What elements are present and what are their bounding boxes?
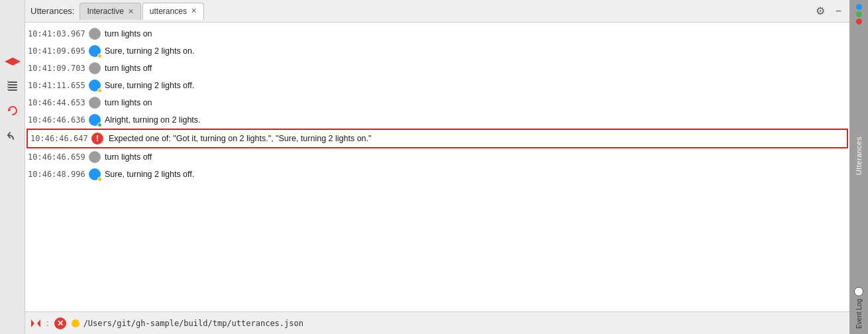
green-dot-icon [856,11,862,17]
log-message: Sure, turning 2 lights on. [105,46,844,56]
blue-dot-icon [856,4,862,10]
svg-rect-5 [7,84,9,85]
svg-rect-7 [7,89,9,90]
tab-utterances[interactable]: utterances ✕ [142,3,204,20]
svg-marker-9 [31,319,34,327]
error-message: Expected one of: "Got it, turning on 2 l… [109,134,841,143]
tab-bar-actions: ⚙ − [813,3,849,19]
settings-button[interactable]: ⚙ [813,3,828,19]
log-row: 10:46:48.996 Sure, turning 2 lights off. [25,166,849,183]
log-area: 10:41:03.967 turn lights on 10:41:09.695… [25,23,849,311]
svg-rect-6 [7,86,9,87]
log-row: 10:46:46.659 turn lights off [25,148,849,166]
error-log-row: 10:46:46.647 ! Expected one of: "Got it,… [27,129,848,148]
log-row: 10:46:46.636 Alright, turning on 2 light… [25,111,849,129]
left-sidebar: ◀▶ [0,0,25,334]
error-status-icon: ✕ [54,317,66,329]
play-stop-icon[interactable]: ◀▶ [5,53,20,68]
svg-marker-8 [9,109,11,111]
svg-rect-0 [8,82,17,83]
utterances-label: Utterances: [30,6,74,16]
list-icon[interactable] [5,78,20,93]
timestamp: 10:41:03.967 [28,29,87,38]
svg-rect-4 [7,81,9,82]
tab-utterances-close[interactable]: ✕ [191,7,197,15]
agent-avatar-icon [87,167,102,182]
play-pause-button[interactable] [30,318,41,329]
main-content: Utterances: Interactive ✕ utterances ✕ ⚙… [25,0,849,334]
svg-rect-3 [8,89,17,91]
timestamp: 10:41:11.655 [28,81,87,90]
right-sidebar: Utterances Event Log [849,0,868,334]
timestamp: 10:41:09.695 [28,46,87,56]
tab-interactive-close[interactable]: ✕ [128,8,134,15]
separator: : [46,318,49,328]
timestamp: 10:46:44.653 [28,98,87,107]
tab-interactive-label: Interactive [87,7,123,16]
log-message: turn lights on [105,98,844,107]
tab-utterances-label: utterances [150,7,187,16]
log-message: Alright, turning on 2 lights. [105,115,844,125]
log-message: Sure, turning 2 lights off. [105,170,844,179]
refresh-icon[interactable] [5,103,20,118]
timestamp: 10:46:46.659 [28,152,87,162]
timestamp: 10:46:46.636 [28,115,87,125]
timestamp: 10:41:09.703 [28,64,87,73]
file-path-area: /Users/git/gh-sample/build/tmp/utterance… [72,319,844,328]
error-x-label: ✕ [57,319,64,328]
log-row: 10:41:09.703 turn lights off [25,60,849,77]
timestamp: 10:46:46.647 [30,134,90,143]
user-avatar-icon [87,95,102,110]
event-log-area: Event Log [854,287,863,334]
log-message: turn lights off [105,152,844,162]
undo-icon[interactable] [5,129,20,143]
log-message: turn lights off [105,64,844,73]
error-icon: ! [90,131,105,146]
user-avatar-icon [87,61,102,76]
bottom-bar: : ✕ /Users/git/gh-sample/build/tmp/utter… [25,311,849,334]
right-sidebar-top [856,0,862,25]
log-row: 10:46:44.653 turn lights on [25,94,849,111]
event-log-radio[interactable] [854,287,863,296]
event-log-label: Event Log [855,299,863,329]
tab-bar: Utterances: Interactive ✕ utterances ✕ ⚙… [25,0,849,23]
log-message: Sure, turning 2 lights off. [105,81,844,90]
agent-avatar-icon [87,113,102,127]
log-row: 10:41:11.655 Sure, turning 2 lights off. [25,77,849,94]
user-avatar-icon [87,27,102,41]
svg-rect-1 [8,84,17,85]
svg-rect-2 [8,87,17,88]
file-path-text: /Users/git/gh-sample/build/tmp/utterance… [83,319,303,328]
red-dot-icon [856,19,862,25]
tab-interactive[interactable]: Interactive ✕ [80,3,140,20]
svg-marker-10 [37,319,40,327]
agent-avatar-icon [87,44,102,58]
file-dot-icon [72,319,80,327]
timestamp: 10:46:48.996 [28,170,87,179]
log-message: turn lights on [105,29,844,38]
log-row: 10:41:03.967 turn lights on [25,25,849,42]
agent-avatar-icon [87,78,102,93]
minimize-button[interactable]: − [833,4,844,19]
utterances-sidebar-label[interactable]: Utterances [855,137,863,175]
log-row: 10:41:09.695 Sure, turning 2 lights on. [25,42,849,60]
user-avatar-icon [87,150,102,164]
